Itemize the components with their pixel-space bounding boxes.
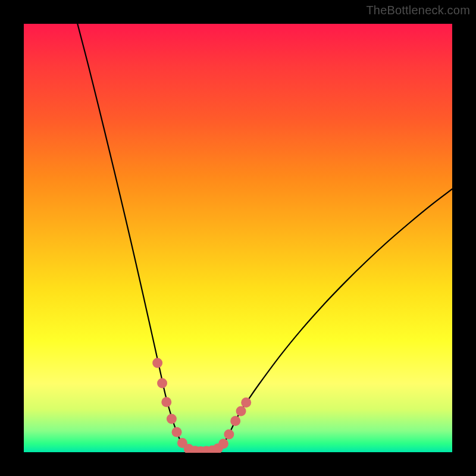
chart-frame: TheBottleneck.com	[0, 0, 476, 476]
plot-background	[24, 24, 452, 452]
watermark-text: TheBottleneck.com	[366, 4, 470, 17]
